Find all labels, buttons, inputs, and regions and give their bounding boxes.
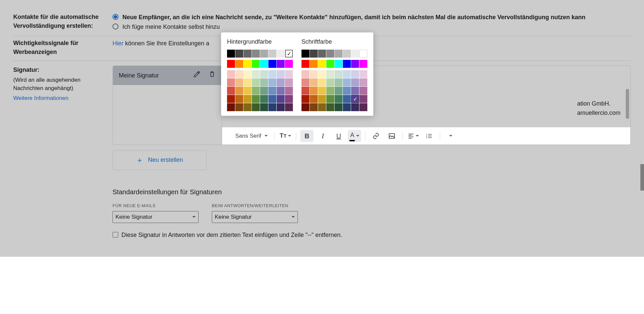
color-swatch[interactable]: [285, 60, 293, 68]
color-swatch[interactable]: [359, 95, 367, 103]
font-size-button[interactable]: TT: [279, 130, 292, 142]
color-swatch[interactable]: [343, 78, 351, 86]
color-swatch[interactable]: [301, 70, 309, 78]
color-swatch[interactable]: [310, 50, 318, 58]
color-swatch[interactable]: [260, 70, 268, 78]
scrollbar-thumb[interactable]: [626, 89, 629, 119]
color-swatch[interactable]: [310, 60, 318, 68]
color-swatch[interactable]: [227, 50, 235, 58]
color-swatch[interactable]: [301, 103, 309, 111]
color-swatch[interactable]: [351, 50, 359, 58]
color-swatch[interactable]: [359, 60, 367, 68]
color-swatch[interactable]: [351, 60, 359, 68]
color-swatch[interactable]: [235, 60, 243, 68]
delete-icon[interactable]: [208, 70, 216, 81]
color-swatch[interactable]: [301, 78, 309, 86]
color-swatch[interactable]: [326, 70, 334, 78]
color-swatch[interactable]: [252, 60, 260, 68]
color-swatch[interactable]: [326, 95, 334, 103]
numbered-list-button[interactable]: 123: [423, 130, 436, 142]
color-swatch[interactable]: [260, 95, 268, 103]
color-swatch[interactable]: [277, 78, 285, 86]
color-swatch[interactable]: [351, 70, 359, 78]
insert-link-button[interactable]: [369, 130, 383, 142]
color-swatch[interactable]: [277, 50, 285, 58]
color-swatch[interactable]: [310, 70, 318, 78]
color-swatch[interactable]: [285, 50, 293, 58]
color-swatch[interactable]: [260, 87, 268, 95]
radio-option-auto-add[interactable]: Neue Empfänger, an die ich eine Nachrich…: [113, 13, 631, 22]
color-swatch[interactable]: [326, 87, 334, 95]
color-swatch[interactable]: [268, 60, 276, 68]
more-info-link[interactable]: Weitere Informationen: [13, 94, 69, 103]
color-swatch[interactable]: [335, 78, 343, 86]
color-swatch[interactable]: [235, 78, 243, 86]
color-swatch[interactable]: [285, 78, 293, 86]
color-swatch[interactable]: [301, 87, 309, 95]
color-swatch[interactable]: [277, 103, 285, 111]
color-swatch[interactable]: [235, 87, 243, 95]
color-swatch[interactable]: [277, 70, 285, 78]
reply-select[interactable]: Keine Signatur: [212, 211, 298, 223]
color-swatch[interactable]: [326, 78, 334, 86]
color-swatch[interactable]: [359, 87, 367, 95]
font-family-select[interactable]: Sans Serif: [233, 130, 270, 142]
color-swatch[interactable]: [244, 60, 252, 68]
color-swatch[interactable]: [318, 78, 326, 86]
color-swatch[interactable]: [244, 103, 252, 111]
color-swatch[interactable]: [277, 87, 285, 95]
color-swatch[interactable]: [301, 60, 309, 68]
color-swatch[interactable]: [285, 103, 293, 111]
new-emails-select[interactable]: Keine Signatur: [113, 211, 199, 223]
color-swatch[interactable]: [318, 60, 326, 68]
color-swatch[interactable]: [244, 78, 252, 86]
color-swatch[interactable]: [268, 103, 276, 111]
color-swatch[interactable]: [310, 95, 318, 103]
color-swatch[interactable]: [343, 103, 351, 111]
insert-before-quote-checkbox[interactable]: Diese Signatur in Antworten vor dem ziti…: [113, 230, 631, 240]
color-swatch[interactable]: [285, 87, 293, 95]
edit-icon[interactable]: [193, 70, 201, 81]
color-swatch[interactable]: [268, 87, 276, 95]
color-swatch[interactable]: [227, 103, 235, 111]
color-swatch[interactable]: [326, 60, 334, 68]
color-swatch[interactable]: [335, 95, 343, 103]
italic-button[interactable]: I: [316, 130, 329, 142]
color-swatch[interactable]: [252, 87, 260, 95]
color-swatch[interactable]: [318, 95, 326, 103]
radio-option-manual-add[interactable]: Ich füge meine Kontakte selbst hinzu: [113, 22, 631, 32]
color-swatch[interactable]: [335, 87, 343, 95]
color-swatch[interactable]: [268, 78, 276, 86]
color-swatch[interactable]: [335, 70, 343, 78]
color-swatch[interactable]: [318, 87, 326, 95]
color-swatch[interactable]: [252, 70, 260, 78]
color-swatch[interactable]: [335, 103, 343, 111]
bold-button[interactable]: B: [300, 130, 313, 142]
create-signature-button[interactable]: ＋ Neu erstellen: [113, 150, 207, 170]
color-swatch[interactable]: [235, 95, 243, 103]
color-swatch[interactable]: [235, 70, 243, 78]
text-color-button[interactable]: A: [348, 130, 361, 142]
color-swatch[interactable]: [244, 95, 252, 103]
color-swatch[interactable]: [252, 78, 260, 86]
underline-button[interactable]: U: [332, 130, 345, 142]
signature-item[interactable]: Meine Signatur: [113, 66, 222, 85]
color-swatch[interactable]: [227, 70, 235, 78]
color-swatch[interactable]: [351, 78, 359, 86]
color-swatch[interactable]: [359, 78, 367, 86]
color-swatch[interactable]: [343, 60, 351, 68]
color-swatch[interactable]: [318, 50, 326, 58]
color-swatch[interactable]: [227, 95, 235, 103]
color-swatch[interactable]: [260, 103, 268, 111]
insert-image-button[interactable]: [385, 130, 398, 142]
color-swatch[interactable]: [252, 50, 260, 58]
color-swatch[interactable]: [351, 103, 359, 111]
color-swatch[interactable]: [260, 50, 268, 58]
color-swatch[interactable]: [268, 70, 276, 78]
color-swatch[interactable]: [268, 95, 276, 103]
color-swatch[interactable]: [343, 50, 351, 58]
color-swatch[interactable]: [301, 50, 309, 58]
color-swatch[interactable]: [277, 95, 285, 103]
color-swatch[interactable]: [244, 50, 252, 58]
color-swatch[interactable]: [335, 60, 343, 68]
